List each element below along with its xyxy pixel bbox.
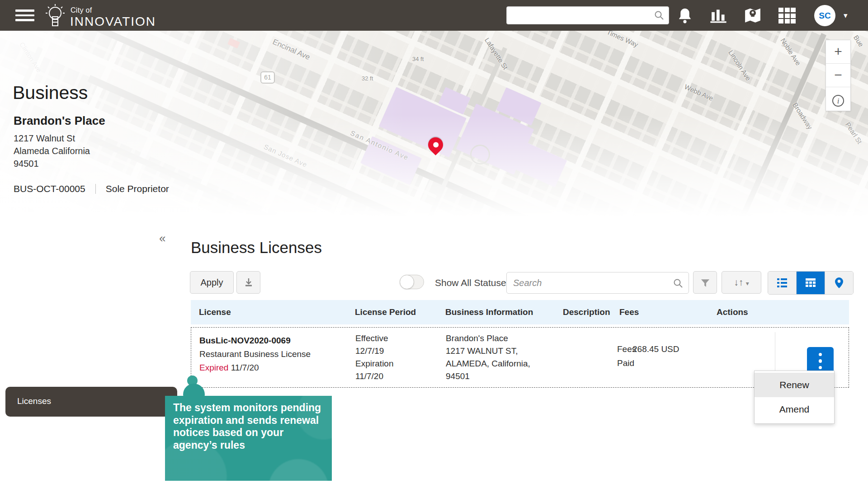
sidebar-item-licenses[interactable]: Licenses (5, 387, 177, 417)
logo-text-city-of: City of (71, 6, 92, 14)
download-button[interactable] (236, 271, 260, 294)
expiration-label: Expiration (355, 357, 394, 370)
zoom-out-button[interactable]: − (826, 64, 850, 87)
route-shield-61: 61 (260, 71, 275, 84)
show-all-statuses-toggle[interactable] (400, 275, 424, 289)
column-header-actions[interactable]: Actions (717, 300, 748, 324)
license-table-row[interactable]: BusLic-NOV2020-0069 Restaurant Business … (191, 327, 849, 388)
apply-button[interactable]: Apply (190, 271, 234, 294)
hamburger-menu-icon[interactable] (15, 9, 34, 21)
map-nav-icon[interactable] (744, 7, 762, 26)
map-round-feature (470, 145, 490, 164)
menu-item-renew[interactable]: Renew (755, 373, 834, 397)
user-avatar[interactable]: SC (814, 5, 835, 26)
analytics-bar-chart-icon[interactable] (709, 7, 728, 26)
toggle-label: Show All Statuses (435, 277, 511, 288)
business-name: Brandon's Place (14, 114, 105, 128)
meta-divider (95, 184, 96, 194)
sort-caret-icon: ▾ (746, 280, 749, 287)
app-grid-icon[interactable] (778, 8, 797, 25)
license-cell: BusLic-NOV2020-0069 Restaurant Business … (199, 334, 311, 375)
license-search-input[interactable] (513, 276, 667, 290)
map-zoom-controls: + − i (826, 40, 851, 111)
map-view-button[interactable] (825, 272, 853, 294)
sidebar-item-label: Licenses (17, 396, 51, 406)
address-line-2: Alameda California (14, 145, 90, 157)
column-header-fees[interactable]: Fees (619, 300, 639, 324)
status-date: 11/7/20 (231, 363, 259, 372)
business-line: 94501 (446, 370, 530, 383)
license-period-cell: Effective 12/7/19 Expiration 11/7/20 (355, 332, 394, 383)
search-icon[interactable] (673, 278, 683, 290)
sort-button[interactable]: ↓↑ ▾ (722, 271, 761, 294)
list-view-icon (776, 277, 788, 288)
address-line-3: 94501 (14, 157, 90, 170)
column-header-license[interactable]: License (199, 300, 231, 324)
business-record-id: BUS-OCT-00005 (14, 183, 85, 194)
fees-status: Paid (617, 356, 636, 370)
user-menu-caret-icon[interactable]: ▾ (844, 11, 848, 20)
actions-dropdown-menu: Renew Amend (754, 371, 835, 424)
grid-view-icon (805, 277, 816, 288)
download-icon (243, 277, 254, 288)
business-entity-type: Sole Proprietor (106, 183, 169, 194)
column-header-description[interactable]: Description (563, 300, 610, 324)
grid-view-button[interactable] (797, 272, 825, 294)
search-icon[interactable] (654, 10, 664, 22)
fees-amount: 268.45 USD (632, 343, 679, 356)
business-line: ALAMEDA, California, (446, 357, 530, 370)
map-view-pin-icon (834, 277, 844, 289)
sort-arrows-icon: ↓↑ (734, 277, 743, 287)
application-window: City of INNOVATION (0, 0, 868, 488)
license-search-box (506, 272, 689, 294)
page-title: Business (13, 82, 88, 103)
column-header-business-information[interactable]: Business Information (445, 300, 533, 324)
sidebar-collapse-icon[interactable]: « (159, 231, 165, 245)
business-information-cell: Brandon's Place 1217 WALNUT ST, ALAMEDA,… (446, 332, 530, 383)
view-switcher (768, 271, 854, 295)
expiration-date: 11/7/20 (355, 370, 394, 383)
business-line: Brandon's Place (446, 332, 530, 345)
effective-date: 12/7/19 (355, 345, 394, 357)
section-title: Business Licenses (191, 239, 322, 257)
business-meta: BUS-OCT-00005Sole Proprietor (14, 183, 169, 194)
license-name: Restaurant Business License (199, 347, 311, 361)
business-line: 1217 WALNUT ST, (446, 345, 530, 357)
map-scale-label: 34 ft (412, 56, 424, 62)
zoom-in-button[interactable]: + (826, 40, 850, 64)
menu-item-amend[interactable]: Amend (755, 397, 834, 422)
global-search-input[interactable] (511, 9, 647, 22)
list-view-button[interactable] (768, 272, 797, 294)
toggle-knob (400, 275, 414, 289)
business-address: 1217 Walnut St Alameda California 94501 (14, 132, 90, 170)
notifications-bell-icon[interactable] (677, 7, 693, 25)
filter-button[interactable] (693, 271, 717, 294)
table-header-row: License License Period Business Informat… (191, 300, 849, 324)
guided-tour-tooltip: The system monitors pending expiration a… (165, 396, 332, 481)
logo-text-innovation: INNOVATION (70, 14, 156, 29)
filter-funnel-icon (700, 278, 710, 288)
address-line-1: 1217 Walnut St (14, 132, 90, 145)
info-icon: i (832, 95, 844, 107)
effective-label: Effective (355, 332, 394, 345)
license-id: BusLic-NOV2020-0069 (199, 334, 311, 347)
lightbulb-logo-icon (43, 3, 67, 30)
top-navigation-bar: City of INNOVATION (0, 0, 868, 31)
map-info-button[interactable]: i (826, 87, 850, 111)
map-scale-label: 32 ft (362, 75, 373, 82)
status-badge: Expired (199, 363, 228, 372)
column-header-license-period[interactable]: License Period (355, 300, 416, 324)
global-search-box (506, 6, 669, 24)
